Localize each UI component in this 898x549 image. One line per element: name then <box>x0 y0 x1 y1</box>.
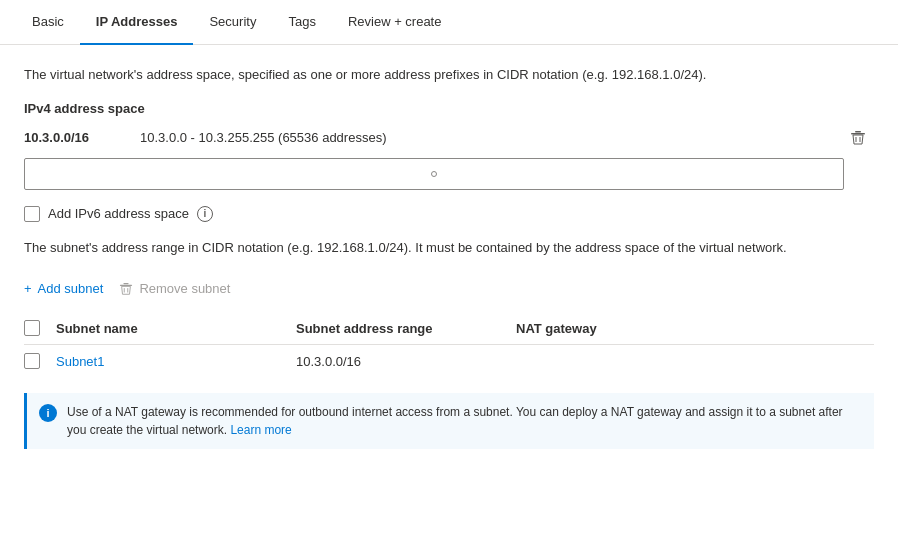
ipv6-info-icon[interactable]: i <box>197 206 213 222</box>
col-header-subnet-name: Subnet name <box>56 312 296 345</box>
svg-rect-1 <box>851 133 865 135</box>
row-subnet-range-cell: 10.3.0.0/16 <box>296 345 516 378</box>
info-banner: i Use of a NAT gateway is recommended fo… <box>24 393 874 449</box>
ipv4-range-text: 10.3.0.0 - 10.3.255.255 (65536 addresses… <box>140 130 386 145</box>
row-subnet-name-cell: Subnet1 <box>56 345 296 378</box>
add-subnet-icon: + <box>24 281 32 296</box>
ipv4-cidr: 10.3.0.0/16 <box>24 130 124 145</box>
input-dot-indicator <box>431 171 437 177</box>
address-space-description: The virtual network's address space, spe… <box>24 65 874 85</box>
svg-rect-0 <box>855 131 861 133</box>
tab-basic[interactable]: Basic <box>16 0 80 45</box>
select-all-checkbox[interactable] <box>24 320 40 336</box>
ipv6-checkbox[interactable] <box>24 206 40 222</box>
info-banner-text: Use of a NAT gateway is recommended for … <box>67 403 862 439</box>
subnet-description: The subnet's address range in CIDR notat… <box>24 238 874 258</box>
remove-subnet-icon <box>119 282 133 296</box>
subnet-row-checkbox[interactable] <box>24 353 40 369</box>
tab-security[interactable]: Security <box>193 0 272 45</box>
ipv4-section-label: IPv4 address space <box>24 101 874 116</box>
subnet-table: Subnet name Subnet address range NAT gat… <box>24 312 874 377</box>
svg-rect-4 <box>124 282 129 283</box>
row-checkbox-cell <box>24 345 56 378</box>
info-banner-icon: i <box>39 404 57 422</box>
remove-subnet-label: Remove subnet <box>139 281 230 296</box>
subnet-action-bar: + Add subnet Remove subnet <box>24 277 874 300</box>
add-subnet-button[interactable]: + Add subnet <box>24 277 103 300</box>
address-space-row: 10.3.0.0/16 10.3.0.0 - 10.3.255.255 (655… <box>24 126 874 150</box>
remove-subnet-button[interactable]: Remove subnet <box>119 277 230 300</box>
tab-review-create[interactable]: Review + create <box>332 0 458 45</box>
address-space-input-container <box>24 158 844 190</box>
content-area: The virtual network's address space, spe… <box>0 45 898 469</box>
svg-rect-5 <box>120 284 132 285</box>
address-space-input-row <box>24 158 874 190</box>
subnet-range-value: 10.3.0.0/16 <box>296 354 361 369</box>
row-nat-gateway-cell <box>516 345 874 378</box>
col-header-subnet-range: Subnet address range <box>296 312 516 345</box>
delete-address-button[interactable] <box>842 126 874 150</box>
col-header-nat-gateway: NAT gateway <box>516 312 874 345</box>
ipv6-checkbox-label: Add IPv6 address space <box>48 206 189 221</box>
ipv6-checkbox-row: Add IPv6 address space i <box>24 206 874 222</box>
delete-icon <box>850 130 866 146</box>
tab-bar: Basic IP Addresses Security Tags Review … <box>0 0 898 45</box>
table-header-row: Subnet name Subnet address range NAT gat… <box>24 312 874 345</box>
tab-ip-addresses[interactable]: IP Addresses <box>80 0 194 45</box>
add-subnet-label: Add subnet <box>38 281 104 296</box>
learn-more-link[interactable]: Learn more <box>230 423 291 437</box>
tab-tags[interactable]: Tags <box>272 0 331 45</box>
subnet-name-link[interactable]: Subnet1 <box>56 354 104 369</box>
table-row: Subnet1 10.3.0.0/16 <box>24 345 874 378</box>
col-header-checkbox <box>24 312 56 345</box>
